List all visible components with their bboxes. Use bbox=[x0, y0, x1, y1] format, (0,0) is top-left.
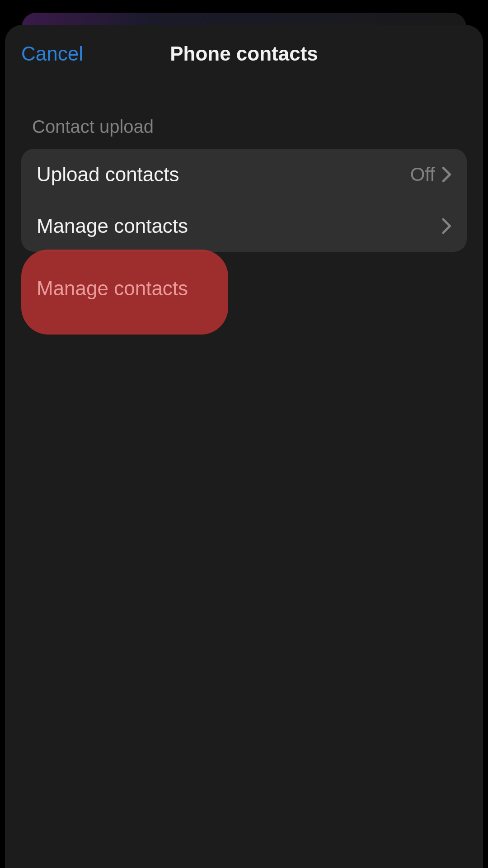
chevron-right-icon bbox=[442, 167, 451, 182]
cancel-button[interactable]: Cancel bbox=[21, 42, 83, 65]
upload-contacts-value: Off bbox=[410, 164, 435, 185]
highlight-annotation-text: Manage contacts bbox=[37, 277, 188, 300]
upload-contacts-row[interactable]: Upload contacts Off bbox=[21, 149, 467, 200]
page-title: Phone contacts bbox=[170, 42, 318, 65]
manage-contacts-row[interactable]: Manage contacts bbox=[21, 200, 467, 252]
section-header-contact-upload: Contact upload bbox=[5, 83, 483, 145]
chevron-right-icon bbox=[442, 218, 451, 234]
manage-contacts-label: Manage contacts bbox=[37, 215, 442, 237]
highlight-annotation-overlay bbox=[21, 250, 228, 335]
settings-group: Upload contacts Off Manage contacts bbox=[21, 149, 467, 252]
modal-header: Cancel Phone contacts bbox=[5, 25, 483, 83]
upload-contacts-label: Upload contacts bbox=[37, 163, 410, 186]
phone-contacts-modal: Cancel Phone contacts Contact upload Upl… bbox=[5, 25, 483, 868]
